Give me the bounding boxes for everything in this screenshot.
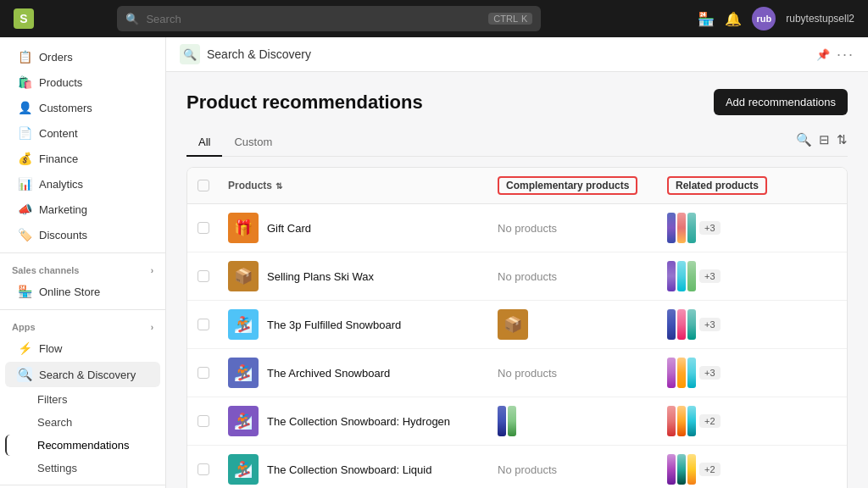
related-header: Related products [667, 176, 767, 195]
th-products-label: Products [228, 180, 272, 191]
marketing-icon: 📣 [17, 202, 32, 216]
row-checkbox[interactable] [198, 367, 228, 379]
table-row: 🏂 The 3p Fulfilled Snowboard 📦 [187, 301, 847, 349]
table-header: Products ⇅ Complementary products Relate… [187, 168, 847, 204]
th-products: Products ⇅ [228, 176, 498, 195]
filter-icon[interactable]: ⊟ [819, 132, 830, 147]
sidebar-item-label: Orders [39, 51, 73, 64]
sidebar-item-orders[interactable]: 📋 Orders [5, 45, 160, 69]
search-table-icon[interactable]: 🔍 [796, 132, 812, 147]
sidebar-item-online-store[interactable]: 🏪 Online Store [5, 280, 160, 303]
complementary-cell: 📦 [498, 309, 667, 340]
no-products-label: No products [498, 463, 557, 476]
layout: 📋 Orders 🛍️ Products 👤 Customers 📄 Conte… [0, 37, 868, 488]
apps-expand-icon[interactable]: › [151, 323, 153, 332]
tabs-bar: All Custom 🔍 ⊟ ⇅ [186, 129, 848, 157]
sidebar-sub-item-settings[interactable]: Settings [5, 458, 160, 479]
tab-all[interactable]: All [186, 129, 222, 157]
board-group [667, 309, 696, 340]
related-images: +3 [667, 261, 837, 291]
no-products-label: No products [498, 367, 557, 380]
products-icon: 🛍️ [17, 75, 32, 89]
search-input[interactable] [146, 13, 481, 25]
tab-custom[interactable]: Custom [222, 129, 284, 157]
no-products-label: No products [498, 222, 557, 235]
table-row: 🏂 The Collection Snowboard: Liquid No pr… [187, 446, 847, 488]
store-icon[interactable]: 🏪 [698, 11, 715, 27]
complementary-header: Complementary products [498, 176, 637, 195]
sidebar-item-label: Flow [39, 342, 62, 355]
bell-icon[interactable]: 🔔 [725, 11, 742, 27]
related-images: +2 [667, 454, 837, 485]
analytics-icon: 📊 [17, 177, 32, 191]
product-name[interactable]: The Collection Snowboard: Hydrogen [267, 415, 450, 428]
sort-products-icon[interactable]: ⇅ [275, 181, 282, 191]
sidebar-sub-item-search[interactable]: Search [5, 412, 160, 433]
product-thumb: 🏂 [228, 406, 259, 436]
add-recommendations-button[interactable]: Add recommendations [714, 89, 848, 115]
product-name[interactable]: The Archived Snowboard [267, 367, 390, 380]
sidebar-item-marketing[interactable]: 📣 Marketing [5, 197, 160, 221]
board-group [667, 261, 696, 291]
related-images: +3 [667, 309, 837, 340]
complementary-board-group: 📦 [498, 309, 667, 340]
product-name[interactable]: Gift Card [267, 222, 311, 235]
product-name[interactable]: The Collection Snowboard: Liquid [267, 463, 431, 476]
apps-section: Apps › [0, 315, 165, 336]
sales-channels-section: Sales channels › [0, 258, 165, 279]
search-bar[interactable]: 🔍 CTRL K [117, 6, 541, 31]
sidebar-item-products[interactable]: 🛍️ Products [5, 70, 160, 94]
expand-icon[interactable]: › [151, 266, 153, 275]
row-checkbox[interactable] [198, 222, 228, 234]
row-checkbox[interactable] [198, 270, 228, 282]
select-all-checkbox[interactable] [198, 180, 209, 191]
finance-icon: 💰 [17, 152, 32, 165]
complementary-cell: No products [498, 367, 667, 380]
sidebar-item-customers[interactable]: 👤 Customers [5, 96, 160, 119]
pin-icon[interactable]: 📌 [816, 48, 830, 61]
search-shortcut: CTRL K [488, 13, 532, 25]
orders-icon: 📋 [17, 50, 32, 64]
complementary-cell: No products [498, 463, 667, 476]
page-content: Product recommendations Add recommendati… [166, 72, 868, 488]
product-thumb: 🎁 [228, 213, 259, 243]
sidebar-sub-item-filters[interactable]: Filters [5, 389, 160, 410]
board-group [667, 454, 696, 485]
row-checkbox[interactable] [198, 463, 228, 475]
related-images: +3 [667, 358, 837, 388]
sidebar-divider-3 [0, 485, 165, 485]
product-cell: 🏂 The Archived Snowboard [228, 358, 498, 388]
sidebar-sub-item-recommendations[interactable]: Recommendations [5, 435, 160, 456]
avatar[interactable]: rub [752, 7, 776, 30]
board-group [667, 213, 696, 243]
count-badge: +3 [699, 318, 721, 331]
row-checkbox[interactable] [198, 319, 228, 330]
board-group [667, 358, 696, 388]
sidebar-item-analytics[interactable]: 📊 Analytics [5, 172, 160, 196]
row-checkbox[interactable] [198, 415, 228, 427]
topbar-right: 🏪 🔔 rub rubytestupsell2 [698, 7, 854, 30]
sidebar: 📋 Orders 🛍️ Products 👤 Customers 📄 Conte… [0, 37, 166, 488]
sidebar-item-finance[interactable]: 💰 Finance [5, 147, 160, 170]
username-label: rubytestupsell2 [786, 13, 854, 25]
product-thumb: 🏂 [228, 454, 259, 485]
sort-icon[interactable]: ⇅ [837, 132, 848, 147]
sidebar-item-label: Discounts [39, 229, 87, 241]
product-name[interactable]: The 3p Fulfilled Snowboard [267, 319, 401, 331]
sidebar-item-search-discovery[interactable]: 🔍 Search & Discovery [5, 362, 160, 387]
product-thumb: 📦 [228, 261, 259, 291]
product-name[interactable]: Selling Plans Ski Wax [267, 270, 374, 283]
content-icon: 📄 [17, 126, 32, 140]
count-badge: +3 [699, 366, 721, 380]
table-row: 🎁 Gift Card No products +3 [187, 204, 847, 252]
more-icon[interactable]: ··· [837, 46, 854, 64]
sidebar-item-content[interactable]: 📄 Content [5, 121, 160, 145]
sidebar-item-discounts[interactable]: 🏷️ Discounts [5, 223, 160, 247]
sidebar-item-flow[interactable]: ⚡ Flow [5, 336, 160, 360]
sidebar-divider-2 [0, 309, 165, 310]
sidebar-item-label: Customers [39, 102, 92, 114]
complementary-board-group [498, 406, 516, 436]
th-related: Related products [667, 176, 837, 195]
shopify-icon: S [14, 8, 34, 29]
product-cell: 🎁 Gift Card [228, 213, 498, 243]
